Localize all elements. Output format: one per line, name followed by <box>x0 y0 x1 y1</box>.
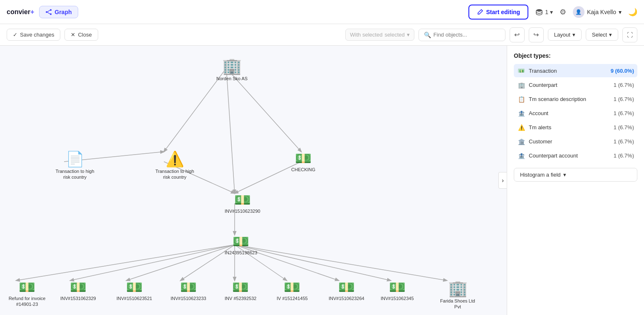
with-selected-button[interactable]: With selected selected ▾ <box>345 29 414 41</box>
graph-node-inv1510623233[interactable]: 💵INV#1510623233 <box>171 281 206 301</box>
check-icon: ✓ <box>13 32 17 38</box>
svg-point-1 <box>50 9 52 11</box>
pencil-icon <box>477 9 483 15</box>
db-count: 1 <box>545 9 548 15</box>
selected-label: selected <box>384 32 404 38</box>
graph-canvas[interactable]: › 🏢Norden Sko AS📄Transaction to high ris… <box>0 46 507 315</box>
main-area: › 🏢Norden Sko AS📄Transaction to high ris… <box>0 46 644 315</box>
logo-dot: + <box>30 8 34 15</box>
object-type-row[interactable]: 🏢 Counterpart 1 (6.7%) <box>514 78 637 91</box>
object-type-row[interactable]: 💵 Transaction 9 (60.0%) <box>514 64 637 77</box>
node-label: INV#1510623264 <box>329 295 364 301</box>
redo-button[interactable]: ↪ <box>529 27 544 42</box>
undo-button[interactable]: ↩ <box>510 27 525 42</box>
transaction-icon: 💵 <box>180 281 197 294</box>
graph-node-iv151241455[interactable]: 💵IV #151241455 <box>277 281 308 301</box>
transaction-icon: 💵 <box>232 281 249 294</box>
logo: convier+ <box>7 8 34 16</box>
svg-point-5 <box>536 9 542 12</box>
svg-text:📋: 📋 <box>518 96 525 103</box>
type-name: Tm scenario description <box>529 96 610 102</box>
start-editing-label: Start editing <box>486 9 520 15</box>
svg-line-21 <box>235 245 447 281</box>
type-icon: 📋 <box>517 95 525 103</box>
type-icon: 🏦 <box>517 151 525 160</box>
graph-node-inv1531062329[interactable]: 💵INV#1531062329 <box>60 281 96 301</box>
graph-button[interactable]: Graph <box>39 6 78 18</box>
type-name: Transaction <box>529 68 607 74</box>
graph-node-inv151062345[interactable]: 💵INV#151062345 <box>381 281 414 301</box>
svg-text:⚠️: ⚠️ <box>518 124 525 131</box>
settings-icon[interactable]: ⚙ <box>560 7 566 17</box>
type-icon: 🏛️ <box>517 137 525 145</box>
object-type-row[interactable]: 🏛️ Customer 1 (6.7%) <box>514 135 637 148</box>
close-label: Close <box>78 32 92 38</box>
transaction-icon: 💵 <box>284 281 300 294</box>
app-header: convier+ Graph Start editing <box>0 0 644 24</box>
db-counter[interactable]: 1 ▾ <box>535 8 553 16</box>
select-label: Select <box>592 32 607 38</box>
histogram-button[interactable]: Histogram a field ▾ <box>514 168 637 182</box>
node-label: INV#1531062329 <box>60 295 96 301</box>
transaction-icon: 💵 <box>70 281 87 294</box>
object-type-row[interactable]: 🏦 Account 1 (6.7%) <box>514 106 637 120</box>
fullscreen-button[interactable]: ⛶ <box>622 27 637 42</box>
scenario-icon: 📄 <box>66 152 84 167</box>
transaction-icon: 💵 <box>126 281 143 294</box>
with-selected-chevron: ▾ <box>407 32 410 38</box>
close-button[interactable]: ✕ Close <box>64 29 98 41</box>
svg-text:💵: 💵 <box>519 69 524 74</box>
find-objects-input[interactable] <box>433 32 500 38</box>
type-count: 1 (6.7%) <box>614 153 634 159</box>
graph-node-scenario_file[interactable]: 📄Transaction to high risk country <box>54 152 96 180</box>
select-chevron: ▾ <box>609 32 612 38</box>
svg-text:🏢: 🏢 <box>518 82 525 89</box>
object-type-row[interactable]: 📋 Tm scenario description 1 (6.7%) <box>514 92 637 106</box>
user-menu[interactable]: 👤 Kaja Kvello ▾ <box>573 6 622 18</box>
object-type-row[interactable]: 🏦 Counterpart account 1 (6.7%) <box>514 149 637 162</box>
node-label: INV #52392532 <box>225 295 256 301</box>
object-type-row[interactable]: ⚠️ Tm alerts 1 (6.7%) <box>514 121 637 134</box>
svg-text:🏛️: 🏛️ <box>518 138 525 145</box>
graph-node-inv1510623290[interactable]: 💵INV#1510623290 <box>225 193 260 214</box>
select-button[interactable]: Select ▾ <box>586 29 618 41</box>
graph-node-in24395198623[interactable]: 💵IN24395198623 <box>225 235 257 256</box>
transaction-icon: 💵 <box>233 235 249 248</box>
start-editing-button[interactable]: Start editing <box>468 5 528 20</box>
graph-node-refund[interactable]: 💵Refund for invoice #14901-23 <box>6 281 48 308</box>
type-icon: 🏦 <box>517 109 525 117</box>
node-label: INV#1510623521 <box>116 295 152 301</box>
graph-node-norden[interactable]: 🏢Norden Sko AS <box>216 58 248 81</box>
node-label: Norden Sko AS <box>216 76 248 81</box>
dark-mode-icon[interactable]: 🌙 <box>628 7 637 17</box>
type-name: Tm alerts <box>529 124 610 130</box>
node-label: Transaction to high risk country <box>154 168 196 180</box>
type-name: Account <box>529 110 610 116</box>
svg-text:🏦: 🏦 <box>518 110 525 117</box>
graph-node-inv1510623521[interactable]: 💵INV#1510623521 <box>116 281 152 301</box>
graph-node-checking[interactable]: 💵CHECKING <box>291 152 315 172</box>
toolbar: ✓ Save changes ✕ Close With selected sel… <box>0 24 644 46</box>
type-count: 1 (6.7%) <box>614 82 634 88</box>
save-changes-button[interactable]: ✓ Save changes <box>7 29 60 41</box>
panel-collapse-arrow[interactable]: › <box>498 172 507 189</box>
svg-line-15 <box>126 245 235 281</box>
arrow-right-icon: › <box>502 177 504 184</box>
object-types-title: Object types: <box>514 52 637 59</box>
layout-chevron: ▾ <box>572 32 575 38</box>
graph-node-inv1510623264[interactable]: 💵INV#1510623264 <box>329 281 364 301</box>
graph-node-inv52392532[interactable]: 💵INV #52392532 <box>225 281 256 301</box>
building-icon: 🏢 <box>448 281 468 296</box>
graph-node-tm_alert[interactable]: ⚠️Transaction to high risk country <box>154 152 196 180</box>
node-label: IN24395198623 <box>225 250 257 256</box>
type-name: Counterpart <box>529 82 610 88</box>
header-left: convier+ Graph <box>7 6 78 18</box>
node-label: IV #151241455 <box>277 295 308 301</box>
node-label: Farida Shoes Ltd Pvt <box>437 298 478 310</box>
type-count: 1 (6.7%) <box>614 124 634 130</box>
type-icon: 💵 <box>517 66 525 75</box>
graph-icon <box>45 9 52 15</box>
layout-button[interactable]: Layout ▾ <box>548 29 582 41</box>
graph-node-farida[interactable]: 🏢Farida Shoes Ltd Pvt <box>437 281 478 310</box>
user-name: Kaja Kvello <box>587 9 616 15</box>
